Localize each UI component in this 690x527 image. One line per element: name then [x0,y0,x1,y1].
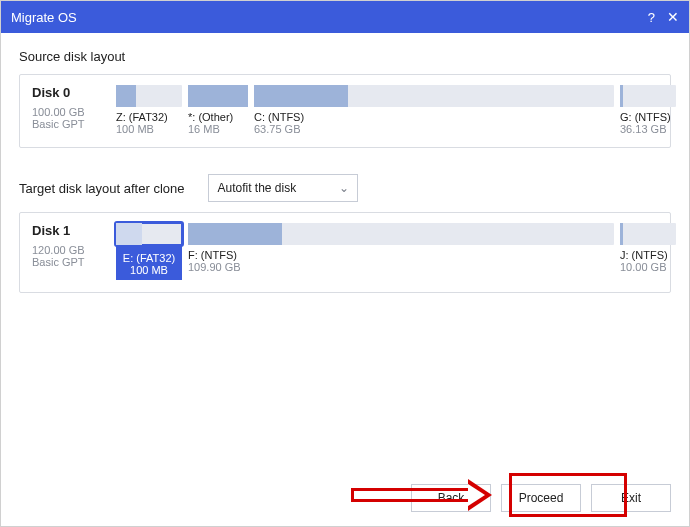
source-section-label: Source disk layout [19,49,671,64]
partition-e[interactable]: E: (FAT32) 100 MB [116,223,182,280]
target-disk-panel: Disk 1 120.00 GB Basic GPT E: (FAT32) 10… [19,212,671,293]
target-header-row: Target disk layout after clone Autofit t… [19,174,671,202]
source-disk-info: Disk 0 100.00 GB Basic GPT [32,85,104,135]
footer-buttons: Back Proceed Exit [411,484,671,512]
titlebar: Migrate OS ? ✕ [1,1,689,33]
back-button[interactable]: Back [411,484,491,512]
partition-g[interactable]: G: (NTFS) 36.13 GB [620,85,676,135]
partition-c[interactable]: C: (NTFS) 63.75 GB [254,85,614,135]
window-title: Migrate OS [11,10,648,25]
source-disk-panel: Disk 0 100.00 GB Basic GPT Z: (FAT32) 10… [19,74,671,148]
target-disk-info: Disk 1 120.00 GB Basic GPT [32,223,104,280]
target-disk-name: Disk 1 [32,223,104,238]
exit-button[interactable]: Exit [591,484,671,512]
source-disk-type: Basic GPT [32,118,104,130]
target-disk-size: 120.00 GB [32,244,104,256]
target-disk-type: Basic GPT [32,256,104,268]
source-disk-name: Disk 0 [32,85,104,100]
source-disk-size: 100.00 GB [32,106,104,118]
partition-f[interactable]: F: (NTFS) 109.90 GB [188,223,614,273]
chevron-down-icon: ⌄ [339,181,349,195]
source-partitions: Z: (FAT32) 100 MB *: (Other) 16 MB C: (N… [116,85,676,135]
target-section-label: Target disk layout after clone [19,181,184,196]
partition-z[interactable]: Z: (FAT32) 100 MB [116,85,182,135]
partition-other[interactable]: *: (Other) 16 MB [188,85,248,135]
fit-mode-value: Autofit the disk [217,181,296,195]
fit-mode-select[interactable]: Autofit the disk ⌄ [208,174,358,202]
close-icon[interactable]: ✕ [667,9,679,25]
partition-j[interactable]: J: (NTFS) 10.00 GB [620,223,676,273]
migrate-os-window: Migrate OS ? ✕ Source disk layout Disk 0… [0,0,690,527]
proceed-button[interactable]: Proceed [501,484,581,512]
target-partitions: E: (FAT32) 100 MB F: (NTFS) 109.90 GB J:… [116,223,676,280]
content-area: Source disk layout Disk 0 100.00 GB Basi… [1,33,689,526]
help-icon[interactable]: ? [648,10,655,25]
